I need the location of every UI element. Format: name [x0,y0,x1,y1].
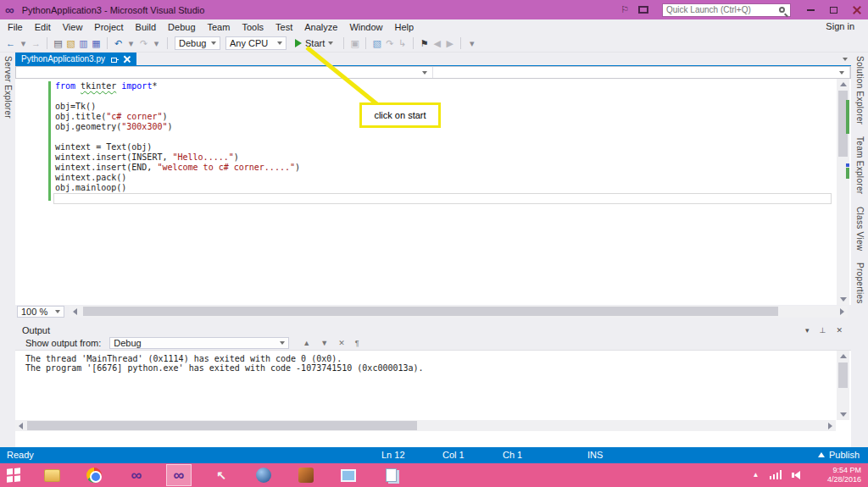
next-message-icon[interactable]: ▼ [320,339,328,347]
scrollbar-thumb[interactable] [27,421,417,430]
menu-edit[interactable]: Edit [29,20,57,34]
output-panel-header[interactable]: Output ▾⊥✕ [15,324,851,336]
scroll-down-icon[interactable] [840,297,847,302]
close-button[interactable] [845,0,868,19]
prev-message-icon[interactable]: ▲ [303,339,310,347]
window-menu-icon[interactable]: ▾ [805,326,810,335]
quick-launch-box[interactable] [662,3,791,17]
sphere-app-button[interactable] [251,464,276,486]
chevron-down-icon [55,310,60,313]
pin-icon[interactable] [111,56,118,63]
menu-team[interactable]: Team [202,20,236,34]
scroll-right-icon[interactable] [828,423,832,429]
file-explorer-button[interactable] [39,464,64,486]
orange-app-button[interactable] [293,464,319,486]
cursor-app-button[interactable]: ↖ [209,464,234,486]
quick-launch-input[interactable] [666,5,779,14]
toolbar-options-icon[interactable]: ▾ [466,37,477,50]
volume-icon[interactable] [792,471,800,479]
bookmark-icon[interactable]: ⚑ [419,37,430,50]
menu-test[interactable]: Test [270,20,298,34]
forward-icon[interactable]: → [31,37,42,50]
code-area[interactable]: from tkinter import*obj=Tk()obj.title("c… [55,81,300,203]
scroll-right-icon[interactable] [840,308,844,315]
zoom-dropdown[interactable]: 100 % [17,306,64,318]
next-bookmark-icon[interactable]: ▶ [444,37,455,50]
menu-analyze[interactable]: Analyze [298,20,343,34]
output-horizontal-scrollbar[interactable] [15,420,836,431]
step-into-icon[interactable]: ↳ [397,37,408,50]
start-menu-button[interactable] [7,468,25,483]
build-selection-icon[interactable]: ▧ [371,37,382,50]
menu-help[interactable]: Help [389,20,420,34]
navbar-member-dropdown[interactable] [433,67,850,78]
side-tab-solution-explorer[interactable]: Solution Explorer [855,56,865,125]
chrome-button[interactable] [81,464,107,486]
side-tab-team-explorer[interactable]: Team Explorer [855,136,865,194]
scrollbar-thumb[interactable] [838,362,848,388]
feedback-icon[interactable]: ⚐ [620,4,629,15]
scroll-left-icon[interactable] [73,308,77,315]
scroll-left-icon[interactable] [19,423,23,429]
python-file-button[interactable] [378,464,403,486]
step-over-icon[interactable]: ↷ [384,37,395,50]
navbar-type-dropdown[interactable] [16,67,433,78]
status-bar: Ready Ln 12 Col 1 Ch 1 INS Publish [0,447,868,463]
visual-studio-logo-icon: ∞ [5,3,14,16]
editor-vertical-scrollbar[interactable] [837,79,849,305]
scroll-up-icon[interactable] [840,354,847,358]
output-source-dropdown[interactable]: Debug [109,337,289,349]
redo-dropdown-icon[interactable]: ▾ [151,37,162,50]
tab-pythonapplication3[interactable]: PythonApplication3.py [15,53,136,65]
scrollbar-thumb[interactable] [83,307,778,316]
publish-button[interactable]: Publish [818,450,860,460]
network-icon[interactable] [770,470,782,479]
clock[interactable]: 9:54 PM 4/28/2016 [827,466,861,484]
tray-chevron-icon[interactable]: ▲ [753,471,760,479]
scroll-up-icon[interactable] [840,82,847,86]
close-tab-icon[interactable] [124,55,131,63]
menu-window[interactable]: Window [343,20,388,34]
word-wrap-icon[interactable]: ¶ [355,339,359,347]
visual-studio-button[interactable]: ∞ [124,464,149,486]
clear-all-icon[interactable]: ✕ [338,339,345,347]
back-icon[interactable]: ← [5,37,16,50]
start-debug-button[interactable]: Start [290,36,338,51]
debug-target-dropdown[interactable]: Debug [175,36,220,50]
redo-icon[interactable]: ↷ [138,37,149,50]
new-file-icon[interactable]: ▤ [53,37,64,50]
save-all-icon[interactable]: ▦ [91,37,102,50]
open-file-icon[interactable]: ▧ [65,37,76,50]
save-icon[interactable]: ▥ [78,37,89,50]
close-icon[interactable]: ✕ [836,326,843,335]
undo-icon[interactable]: ↶ [113,37,124,50]
chevron-down-icon [328,42,333,45]
side-tab-class-view[interactable]: Class View [855,207,865,251]
output-text[interactable]: The thread 'MainThread' (0x1114) has exi… [15,351,851,447]
window-app-button[interactable] [336,464,361,486]
menu-debug[interactable]: Debug [162,20,201,34]
monitor-icon[interactable] [638,6,648,14]
prev-bookmark-icon[interactable]: ◀ [431,37,442,50]
menu-file[interactable]: File [2,20,29,34]
sign-in-link[interactable]: Sign in [826,21,854,31]
undo-dropdown-icon[interactable]: ▾ [125,37,136,50]
back-dropdown-icon[interactable]: ▾ [18,37,29,50]
platform-dropdown[interactable]: Any CPU [225,36,287,50]
editor-horizontal-scrollbar[interactable] [70,306,848,318]
maximize-button[interactable] [822,0,845,19]
side-tab-properties[interactable]: Properties [855,263,865,304]
zoom-value: 100 % [21,307,52,317]
pin-icon[interactable]: ⊥ [820,326,826,335]
attach-process-icon[interactable]: ▣ [349,37,360,50]
visual-studio-2-button[interactable]: ∞ [166,464,192,486]
menu-project[interactable]: Project [88,20,129,34]
menu-tools[interactable]: Tools [236,20,270,34]
menu-view[interactable]: View [57,20,89,34]
side-tab-server-explorer[interactable]: Server Explorer [3,56,13,119]
minimize-button[interactable] [799,0,822,19]
menu-build[interactable]: Build [130,20,162,34]
output-vertical-scrollbar[interactable] [837,351,849,420]
scroll-down-icon[interactable] [840,412,847,417]
document-list-icon[interactable] [843,58,848,61]
